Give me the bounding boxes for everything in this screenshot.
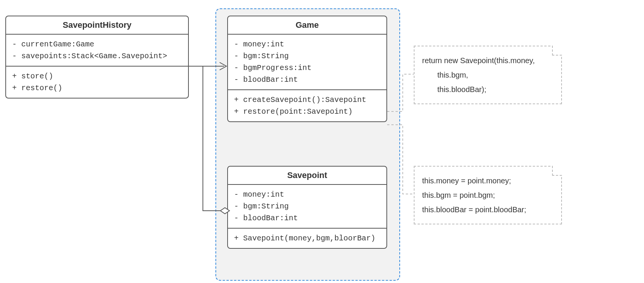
- note-line: this.bgm,: [422, 68, 554, 82]
- operation: + store(): [12, 70, 182, 82]
- attribute: - bloodBar:int: [234, 74, 380, 86]
- note-line: return new Savepoint(this.money,: [422, 53, 554, 68]
- operations-section: + store() + restore(): [6, 66, 188, 98]
- note-corner-icon: [552, 166, 562, 176]
- class-title: Savepoint: [228, 167, 386, 185]
- note-create-savepoint: return new Savepoint(this.money, this.bg…: [414, 46, 562, 104]
- attribute: - money:int: [234, 38, 380, 50]
- class-game: Game - money:int - bgm:String - bgmProgr…: [227, 16, 387, 122]
- class-title: Game: [228, 16, 386, 35]
- operation: + restore(point:Savepoint): [234, 106, 380, 118]
- attribute: - bloodBar:int: [234, 212, 380, 224]
- operation: + restore(): [12, 82, 182, 94]
- operations-section: + createSavepoint():Savepoint + restore(…: [228, 89, 386, 121]
- attribute: - money:int: [234, 189, 380, 200]
- attributes-section: - money:int - bgm:String - bgmProgress:i…: [228, 35, 386, 89]
- note-line: this.money = point.money;: [422, 173, 554, 188]
- attribute: - currentGame:Game: [12, 38, 182, 50]
- attributes-section: - money:int - bgm:String - bloodBar:int: [228, 185, 386, 228]
- operation: + createSavepoint():Savepoint: [234, 94, 380, 106]
- note-line: this.bloodBar);: [422, 82, 554, 97]
- class-savepoint: Savepoint - money:int - bgm:String - blo…: [227, 166, 387, 249]
- operation: + Savepoint(money,bgm,bloorBar): [234, 232, 380, 244]
- operations-section: + Savepoint(money,bgm,bloorBar): [228, 228, 386, 248]
- attributes-section: - currentGame:Game - savepoints:Stack<Ga…: [6, 35, 188, 66]
- note-restore: this.money = point.money; this.bgm = poi…: [414, 166, 562, 224]
- note-corner-icon: [552, 46, 562, 56]
- class-savepoint-history: SavepointHistory - currentGame:Game - sa…: [5, 16, 189, 99]
- attribute: - savepoints:Stack<Game.Savepoint>: [12, 50, 182, 62]
- note-line: this.bloodBar = point.bloodBar;: [422, 202, 554, 217]
- note-line: this.bgm = point.bgm;: [422, 188, 554, 202]
- attribute: - bgm:String: [234, 50, 380, 62]
- attribute: - bgmProgress:int: [234, 62, 380, 74]
- attribute: - bgm:String: [234, 200, 380, 212]
- class-title: SavepointHistory: [6, 16, 188, 35]
